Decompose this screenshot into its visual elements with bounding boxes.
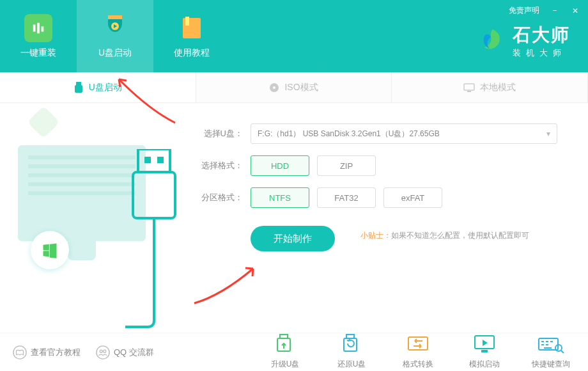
nav-label: U盘启动: [98, 47, 132, 59]
book-icon: [13, 345, 27, 359]
start-button[interactable]: 开始制作: [251, 226, 335, 251]
brand-subtitle: 装机大师: [513, 47, 570, 59]
svg-point-10: [273, 86, 275, 89]
action-label: 格式转换: [403, 359, 433, 370]
content: 选择U盘： F:G:（hd1） USB SanDisk 3.2Gen1（U盘）2…: [0, 103, 588, 333]
tab-label: U盘启动: [89, 82, 122, 93]
nav-tutorial[interactable]: 使用教程: [153, 0, 230, 72]
minimize-button[interactable]: －: [550, 5, 560, 16]
format-option-zip[interactable]: ZIP: [317, 155, 376, 176]
usb-select-label: 选择U盘：: [198, 128, 243, 139]
nav-usb-boot[interactable]: U盘启动: [77, 0, 153, 72]
action-format-convert[interactable]: 格式转换: [395, 333, 441, 370]
svg-rect-0: [33, 24, 36, 31]
svg-rect-11: [464, 84, 474, 90]
partition-option-ntfs[interactable]: NTFS: [251, 187, 309, 208]
svg-rect-7: [76, 82, 81, 85]
svg-rect-25: [408, 337, 428, 350]
brand: 石大师 装机大师: [478, 23, 570, 59]
action-label: 升级U盘: [271, 359, 300, 370]
partition-option-exfat[interactable]: exFAT: [383, 187, 442, 208]
nav-label: 使用教程: [174, 47, 210, 59]
svg-rect-2: [42, 26, 44, 31]
usb-plug-icon: [125, 149, 183, 328]
tab-local-mode[interactable]: 本地模式: [392, 72, 588, 102]
action-restore-usb[interactable]: 还原U盘: [329, 333, 375, 370]
usb-select[interactable]: F:G:（hd1） USB SanDisk 3.2Gen1（U盘）27.65GB…: [251, 123, 557, 144]
footer-qq-label: QQ 交流群: [114, 347, 154, 358]
nav-label: 一键重装: [20, 47, 56, 59]
svg-rect-12: [467, 91, 471, 92]
format-label: 选择格式：: [198, 160, 243, 171]
chevron-down-icon: ▾: [546, 129, 550, 138]
tutorial-icon: [178, 14, 206, 42]
action-simulate-boot[interactable]: 模拟启动: [461, 333, 507, 370]
action-shortcut-lookup[interactable]: 快捷键查询: [528, 333, 574, 370]
window-controls: 免责声明 － ✕: [509, 5, 580, 16]
brand-title: 石大师: [513, 23, 570, 47]
footer: 查看官方教程 QQ 交流群 升级U盘 还原U盘 格式转换 模拟启动 快捷键查询: [0, 333, 588, 371]
people-icon: [96, 345, 110, 359]
svg-rect-3: [108, 15, 122, 19]
svg-rect-14: [144, 157, 151, 163]
footer-guide-label: 查看官方教程: [31, 347, 81, 358]
reinstall-icon: [24, 14, 52, 42]
action-label: 快捷键查询: [532, 359, 570, 370]
partition-label: 分区格式：: [198, 192, 243, 203]
tab-label: ISO模式: [284, 82, 318, 93]
monitor-icon: [463, 83, 475, 92]
svg-rect-15: [157, 157, 164, 163]
svg-rect-13: [138, 149, 170, 172]
windows-badge-icon: [31, 231, 69, 269]
svg-point-18: [97, 345, 109, 358]
action-upgrade-usb[interactable]: 升级U盘: [262, 333, 308, 370]
partition-option-fat32[interactable]: FAT32: [317, 187, 376, 208]
header: 一键重装 U盘启动 使用教程 免责声明 － ✕ 石大师 装机大师: [0, 0, 588, 72]
svg-rect-8: [75, 85, 82, 93]
upgrade-usb-icon: [274, 333, 297, 355]
svg-rect-16: [133, 172, 175, 218]
close-button[interactable]: ✕: [570, 6, 580, 15]
usb-icon: [74, 82, 84, 93]
svg-point-20: [104, 350, 106, 352]
svg-rect-27: [481, 350, 488, 352]
mode-tabs: U盘启动 ISO模式 本地模式: [0, 72, 588, 103]
convert-icon: [406, 333, 430, 355]
disclaimer-link[interactable]: 免责声明: [509, 5, 539, 16]
format-option-hdd[interactable]: HDD: [251, 155, 309, 176]
action-label: 还原U盘: [337, 359, 366, 370]
usb-boot-icon: [101, 14, 129, 42]
footer-qq-link[interactable]: QQ 交流群: [96, 345, 154, 359]
restore-usb-icon: [340, 333, 363, 355]
keyboard-search-icon: [538, 333, 564, 355]
svg-point-17: [13, 345, 26, 358]
illustration: [0, 103, 198, 333]
form-area: 选择U盘： F:G:（hd1） USB SanDisk 3.2Gen1（U盘）2…: [198, 103, 588, 333]
footer-guide-link[interactable]: 查看官方教程: [13, 345, 81, 359]
svg-rect-1: [37, 22, 40, 33]
tip-text: 如果不知道怎么配置，使用默认配置即可: [391, 230, 529, 241]
svg-rect-6: [185, 17, 189, 26]
tab-usb-boot[interactable]: U盘启动: [0, 72, 196, 102]
svg-point-19: [100, 350, 102, 352]
action-label: 模拟启动: [469, 359, 500, 370]
nav-reinstall[interactable]: 一键重装: [0, 0, 77, 72]
simulate-icon: [472, 333, 497, 355]
iso-icon: [269, 83, 279, 93]
tab-label: 本地模式: [480, 82, 516, 93]
usb-select-value: F:G:（hd1） USB SanDisk 3.2Gen1（U盘）27.65GB: [258, 129, 440, 139]
tip-label: 小贴士：: [360, 230, 391, 241]
brand-logo-icon: [478, 27, 506, 55]
tab-iso-mode[interactable]: ISO模式: [196, 72, 392, 102]
